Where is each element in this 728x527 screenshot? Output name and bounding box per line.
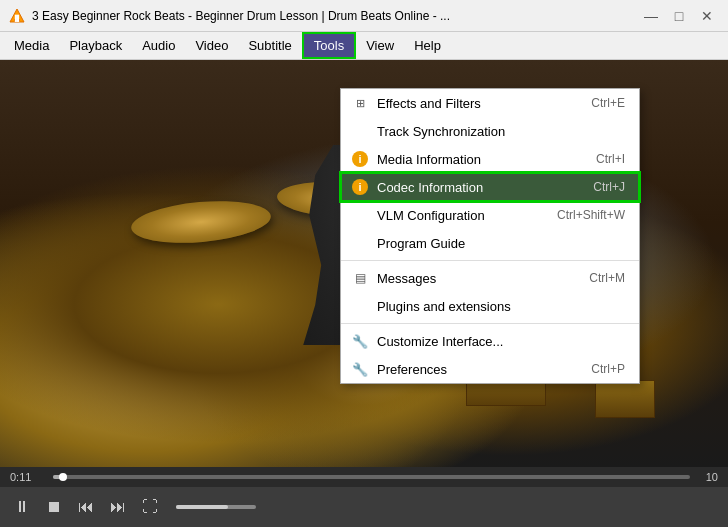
menu-video[interactable]: Video	[185, 32, 238, 59]
vlm-label: VLM Configuration	[377, 208, 485, 223]
menu-audio[interactable]: Audio	[132, 32, 185, 59]
menu-view[interactable]: View	[356, 32, 404, 59]
time-current: 0:11	[10, 471, 45, 483]
menu-tools[interactable]: Tools	[302, 32, 356, 59]
program-guide-label: Program Guide	[377, 236, 465, 251]
minimize-button[interactable]: —	[638, 5, 664, 27]
codec-info-shortcut: Ctrl+J	[593, 180, 625, 194]
progress-dot	[59, 473, 67, 481]
floor-box-2	[595, 380, 655, 418]
prev-button[interactable]: ⏮	[72, 494, 100, 520]
player-controls: 0:11 10 ⏸ ⏹ ⏮ ⏭ ⛶	[0, 467, 728, 527]
messages-label: Messages	[377, 271, 436, 286]
close-button[interactable]: ✕	[694, 5, 720, 27]
track-sync-icon	[351, 122, 369, 140]
codec-info-icon: i	[351, 178, 369, 196]
menu-item-plugins[interactable]: Plugins and extensions	[341, 292, 639, 320]
svg-text:▐▌: ▐▌	[13, 14, 22, 22]
vlc-icon: ▐▌	[8, 7, 26, 25]
progress-track[interactable]	[53, 475, 690, 479]
preferences-label: Preferences	[377, 362, 447, 377]
codec-info-label: Codec Information	[377, 180, 483, 195]
plugins-icon	[351, 297, 369, 315]
menu-item-program-guide[interactable]: Program Guide	[341, 229, 639, 257]
menu-bar: Media Playback Audio Video Subtitle Tool…	[0, 32, 728, 60]
menu-subtitle[interactable]: Subtitle	[238, 32, 301, 59]
volume-slider[interactable]	[176, 505, 256, 509]
menu-media[interactable]: Media	[4, 32, 59, 59]
media-info-label: Media Information	[377, 152, 481, 167]
menu-separator-2	[341, 323, 639, 324]
menu-item-preferences[interactable]: 🔧 Preferences Ctrl+P	[341, 355, 639, 383]
menu-playback[interactable]: Playback	[59, 32, 132, 59]
program-guide-icon	[351, 234, 369, 252]
customize-label: Customize Interface...	[377, 334, 503, 349]
effects-label: Effects and Filters	[377, 96, 481, 111]
volume-fill	[176, 505, 228, 509]
stop-button[interactable]: ⏹	[40, 494, 68, 520]
preferences-shortcut: Ctrl+P	[591, 362, 625, 376]
preferences-icon: 🔧	[351, 360, 369, 378]
menu-separator-1	[341, 260, 639, 261]
menu-item-customize[interactable]: 🔧 Customize Interface...	[341, 327, 639, 355]
customize-icon: 🔧	[351, 332, 369, 350]
next-button[interactable]: ⏭	[104, 494, 132, 520]
tools-dropdown-menu: ⊞ Effects and Filters Ctrl+E Track Synch…	[340, 88, 640, 384]
maximize-button[interactable]: □	[666, 5, 692, 27]
window-controls: — □ ✕	[638, 5, 720, 27]
menu-item-vlm[interactable]: VLM Configuration Ctrl+Shift+W	[341, 201, 639, 229]
menu-item-media-info[interactable]: i Media Information Ctrl+I	[341, 145, 639, 173]
menu-item-codec-info[interactable]: i Codec Information Ctrl+J	[341, 173, 639, 201]
menu-item-effects[interactable]: ⊞ Effects and Filters Ctrl+E	[341, 89, 639, 117]
vlm-shortcut: Ctrl+Shift+W	[557, 208, 625, 222]
time-total: 10	[698, 471, 718, 483]
menu-item-messages[interactable]: ▤ Messages Ctrl+M	[341, 264, 639, 292]
fullscreen-button[interactable]: ⛶	[136, 494, 164, 520]
plugins-label: Plugins and extensions	[377, 299, 511, 314]
vlm-icon	[351, 206, 369, 224]
menu-help[interactable]: Help	[404, 32, 451, 59]
eq-icon: ⊞	[351, 94, 369, 112]
control-buttons-row: ⏸ ⏹ ⏮ ⏭ ⛶	[0, 487, 728, 527]
progress-bar-area: 0:11 10	[0, 467, 728, 487]
play-pause-button[interactable]: ⏸	[8, 494, 36, 520]
title-bar: ▐▌ 3 Easy Beginner Rock Beats - Beginner…	[0, 0, 728, 32]
cymbal-left	[130, 196, 273, 248]
media-info-shortcut: Ctrl+I	[596, 152, 625, 166]
menu-item-track-sync[interactable]: Track Synchronization	[341, 117, 639, 145]
track-sync-label: Track Synchronization	[377, 124, 505, 139]
effects-shortcut: Ctrl+E	[591, 96, 625, 110]
messages-shortcut: Ctrl+M	[589, 271, 625, 285]
media-info-icon: i	[351, 150, 369, 168]
window-title: 3 Easy Beginner Rock Beats - Beginner Dr…	[32, 9, 638, 23]
messages-icon: ▤	[351, 269, 369, 287]
